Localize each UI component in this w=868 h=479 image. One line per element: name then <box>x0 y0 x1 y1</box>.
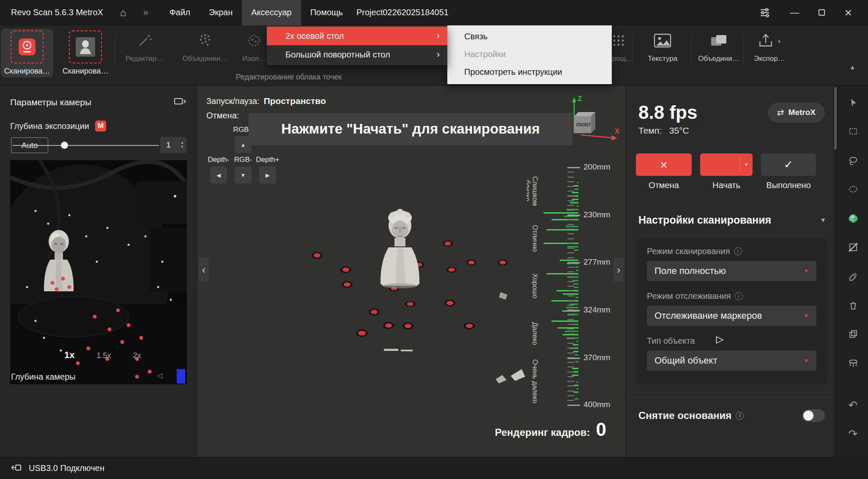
duplicate-icon[interactable] <box>846 328 860 340</box>
scan-preview-button[interactable]: Сканирова… <box>59 29 112 77</box>
magic-wand-icon <box>136 32 153 51</box>
scan-tool-button[interactable]: Сканирова… <box>1 29 53 77</box>
distance-zone-label: Слишком близко <box>527 167 539 215</box>
export-caret-icon[interactable]: ▼ <box>777 39 781 44</box>
ribbon-collapse-icon[interactable]: ▴ <box>851 63 854 71</box>
lasso-select-icon[interactable] <box>846 155 860 167</box>
zoom-1-5x[interactable]: 1.5x <box>96 351 111 360</box>
texture-tool-button[interactable]: Текстура <box>635 32 690 63</box>
select-arrow-icon: ▼ <box>804 313 809 319</box>
export-icon <box>758 32 775 51</box>
scan-settings-title: Настройки сканирования <box>638 214 771 226</box>
project-name: Project02262025184051 <box>356 8 449 17</box>
spinner-down-icon[interactable]: ▼ <box>181 145 184 149</box>
submenu-item-connect[interactable]: Связь <box>447 27 612 45</box>
submenu-arrow-icon: › <box>437 30 440 41</box>
distance-scale: Слишком близко Отлично Хорошо Далеко Оче… <box>527 161 625 414</box>
window-controls: — × <box>759 7 857 18</box>
collapse-right-panel-tab[interactable]: › <box>613 257 624 282</box>
zoom-2x[interactable]: 2x <box>133 351 141 360</box>
merge-cloud-tool-button[interactable]: Объединен… <box>175 32 235 63</box>
maximize-button[interactable] <box>819 9 825 16</box>
select-cursor-icon[interactable] <box>846 97 860 109</box>
dpad-right-button[interactable]: ▶ <box>259 167 276 183</box>
temperature-label: Темп: <box>638 126 662 135</box>
app-window: Revo Scan 5.6.3 MetroX ⌂ » Файл Экран Ак… <box>0 0 868 479</box>
info-icon[interactable]: i <box>735 292 743 300</box>
rect-select-icon[interactable] <box>846 126 860 138</box>
fill-brush-icon[interactable] <box>846 271 860 282</box>
exposure-value: 1 <box>166 140 181 150</box>
cancel-scan-button[interactable]: × <box>636 153 692 176</box>
bust-photo-icon <box>69 30 102 63</box>
close-button[interactable]: × <box>844 8 852 17</box>
usb-icon <box>11 463 22 474</box>
edit-tool-button[interactable]: Редактир… <box>119 32 170 63</box>
tracking-mode-label: Режим отслеживания <box>647 291 731 301</box>
submenu-item-settings[interactable]: Настройки <box>447 45 612 63</box>
exposure-label: Глубина экспозиции <box>10 121 89 131</box>
export-tool-button[interactable]: ▼ Экспор… <box>745 32 794 63</box>
temperature-value: 35°C <box>669 126 689 135</box>
trash-icon[interactable] <box>846 300 860 312</box>
menu-item-large-turntable[interactable]: Большой поворотный стол › <box>267 45 447 64</box>
ellipse-select-icon[interactable] <box>846 184 860 196</box>
scan-mode-label: Режим сканирования <box>647 246 730 256</box>
collapse-left-panel-tab[interactable]: ‹ <box>199 257 209 282</box>
menu-screen[interactable]: Экран <box>200 0 242 25</box>
edit-tool-label: Редактир… <box>126 55 164 63</box>
cancel-hint-label: Отмена: <box>206 111 239 120</box>
submenu-item-instructions[interactable]: Просмотреть инструкции <box>447 63 612 81</box>
exposure-slider-handle[interactable] <box>61 142 68 149</box>
globe-icon[interactable] <box>846 213 860 224</box>
start-scan-button[interactable]: ▷ ▼ <box>700 153 753 176</box>
exposure-value-input[interactable]: 1 ▲ ▼ <box>160 137 186 153</box>
depth-camera-preview[interactable]: 1x 1.5x 2x Глубина камеры ◁ <box>10 160 187 384</box>
speaker-icon[interactable]: ◁ <box>157 371 162 380</box>
exposure-controls: Auto 1 ▲ ▼ <box>10 135 186 156</box>
menu-accessory[interactable]: Аксессуар <box>242 0 301 25</box>
distance-zone-label: Очень далеко <box>527 358 539 405</box>
base-removal-toggle[interactable] <box>802 409 825 422</box>
distance-tick: 370mm <box>583 353 610 362</box>
start-options-caret-icon[interactable]: ▼ <box>740 153 753 176</box>
distance-tick: 324mm <box>583 305 610 315</box>
select-arrow-icon: ▼ <box>804 268 809 274</box>
plane-cut-icon[interactable] <box>846 242 860 254</box>
merge-tool-label: Объедини… <box>698 55 739 63</box>
complete-scan-button[interactable]: ✓ <box>761 153 816 176</box>
accessory-submenu: Связь Настройки Просмотреть инструкции <box>447 24 612 84</box>
tune-icon[interactable] <box>759 7 770 18</box>
info-icon[interactable]: i <box>734 247 742 255</box>
device-button[interactable]: ⇄ MetroX <box>768 103 825 123</box>
undo-icon[interactable]: ↶ <box>846 399 860 411</box>
zoom-1x[interactable]: 1x <box>64 350 74 361</box>
isolate-icon <box>246 32 263 51</box>
exposure-slider-track[interactable] <box>13 145 159 146</box>
redo-icon[interactable]: ↷ <box>846 428 860 440</box>
manual-mode-badge[interactable]: M <box>95 120 106 131</box>
submenu-arrow-icon: › <box>437 49 440 60</box>
export-tool-label: Экспор… <box>754 55 785 63</box>
settings-scrollbar[interactable] <box>833 86 838 457</box>
menu-help[interactable]: Помощь <box>301 0 352 25</box>
texture-image-icon <box>653 32 672 51</box>
double-chevron-icon[interactable]: » <box>143 7 148 18</box>
distance-zone-label: Далеко <box>527 310 539 358</box>
turntable-icon[interactable] <box>846 358 860 370</box>
home-icon[interactable]: ⌂ <box>120 7 126 19</box>
menu-file[interactable]: Файл <box>160 0 200 25</box>
merge-tool-button[interactable]: Объедини… <box>693 32 744 63</box>
isolate-tool-label: Изол… <box>242 55 266 63</box>
menu-item-dual-axis-table[interactable]: 2х осевой стол › <box>267 27 447 45</box>
point-cloud-group-caption: Редактирование облака точек <box>204 73 373 82</box>
dpad-down-button[interactable]: ▼ <box>235 167 252 183</box>
scan-viewport[interactable]: Запуск/пауза:Пространство Отмена: RGB+ ▲… <box>197 86 625 457</box>
section-collapse-icon[interactable]: ▾ <box>821 216 825 224</box>
flip-view-icon[interactable] <box>174 96 186 109</box>
spinner-up-icon[interactable]: ▲ <box>181 141 184 145</box>
play-pause-hint-key: Пространство <box>264 96 326 106</box>
dpad-left-button[interactable]: ◀ <box>210 167 227 183</box>
info-icon[interactable]: i <box>736 412 744 420</box>
minimize-button[interactable]: — <box>790 11 799 15</box>
